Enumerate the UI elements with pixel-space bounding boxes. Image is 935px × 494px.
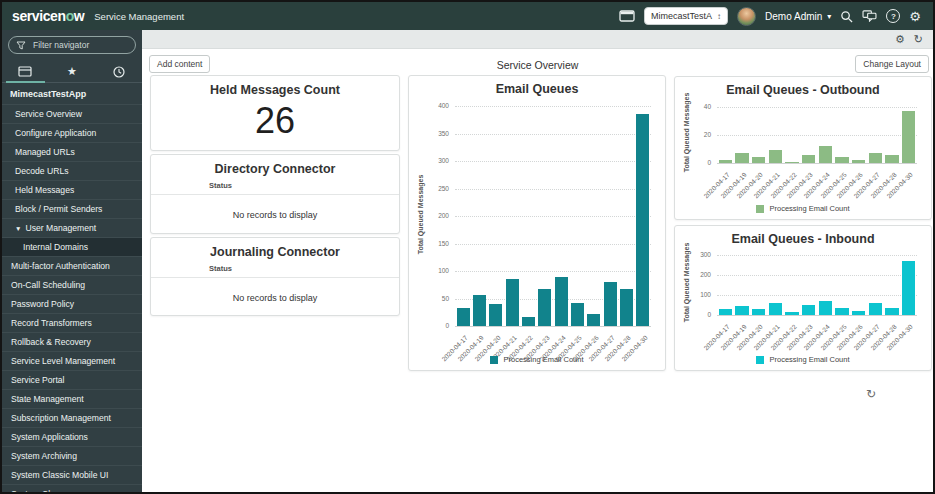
search-icon[interactable] [840,10,853,23]
sidebar-app-title[interactable]: MimecastTestApp [2,83,142,105]
user-menu[interactable]: Demo Admin [765,11,822,22]
sidebar-item-decode-urls[interactable]: Decode URLs [2,162,142,181]
sidebar-item-system-archiving[interactable]: System Archiving [2,447,142,466]
bar[interactable] [819,146,833,163]
sidebar-item-on-call-scheduling[interactable]: On-Call Scheduling [2,276,142,295]
bar[interactable] [902,111,916,163]
sidebar-item-record-transformers[interactable]: Record Transformers [2,314,142,333]
tab-all-applications[interactable] [2,61,49,82]
sidebar-item-label: Rollback & Recovery [11,337,91,347]
bar[interactable] [489,304,502,326]
bar[interactable] [852,311,866,315]
sidebar-item-service-level-management[interactable]: Service Level Management [2,352,142,371]
bar[interactable] [636,114,649,326]
bar[interactable] [885,308,899,315]
sidebar-item-managed-urls[interactable]: Managed URLs [2,143,142,162]
bar[interactable] [802,305,816,315]
user-menu-caret-icon[interactable]: ▾ [827,12,831,21]
bar[interactable] [802,155,816,163]
status-column-header: Status [209,181,399,190]
bar[interactable] [885,155,899,163]
logo-o: o [66,8,74,24]
sidebar-item-system-clone[interactable]: System Clone [2,485,142,492]
journaling-connector-card: Journaling Connector Status No records t… [150,237,400,316]
change-layout-button[interactable]: Change Layout [855,55,929,73]
sidebar-item-label: System Clone [11,489,65,492]
bar[interactable] [719,309,733,315]
help-icon[interactable]: ? [886,9,900,23]
sidebar-item-system-applications[interactable]: System Applications [2,428,142,447]
sidebar-item-label: Configure Application [15,128,96,138]
dashboard-settings-gear-icon[interactable]: ⚙ [895,34,905,45]
sidebar-item-multi-factor-authentication[interactable]: Multi-factor Authentication [2,257,142,276]
bar[interactable] [719,160,733,163]
sidebar-item-user-management[interactable]: ▼User Management [2,219,142,238]
bar[interactable] [604,282,617,326]
bar[interactable] [769,303,783,315]
sidebar-item-subscription-management[interactable]: Subscription Management [2,409,142,428]
bar[interactable] [571,303,584,326]
bar[interactable] [869,153,883,163]
sidebar-tabs: ★ [2,61,142,83]
sidebar-item-password-policy[interactable]: Password Policy [2,295,142,314]
servicenow-logo[interactable]: servicenow [12,8,84,24]
sidebar-item-service-portal[interactable]: Service Portal [2,371,142,390]
bar[interactable] [522,317,535,326]
sidebar-item-internal-domains[interactable]: Internal Domains [2,238,142,257]
bar[interactable] [835,157,849,163]
y-tick-label: 0 [409,322,449,329]
gridline [455,134,651,135]
bar[interactable] [869,303,883,315]
collapse-caret-icon[interactable]: ▼ [15,225,21,232]
gridline [455,326,651,327]
bar[interactable] [555,277,568,327]
bar[interactable] [620,289,633,326]
filter-navigator-input[interactable] [31,39,128,51]
bar[interactable] [769,150,783,163]
main-area: ⚙ ↻ Add content Service Overview Change … [142,30,933,492]
bar[interactable] [473,295,486,326]
chat-icon[interactable] [862,10,877,22]
filter-navigator[interactable] [8,36,136,54]
sidebar-item-system-classic-mobile-ui[interactable]: System Classic Mobile UI [2,466,142,485]
gridline [455,216,651,217]
bar[interactable] [752,157,766,163]
y-tick-label: 250 [409,185,449,192]
bar[interactable] [457,308,470,326]
bar[interactable] [587,314,600,326]
sidebar-item-service-overview[interactable]: Service Overview [2,105,142,124]
bar[interactable] [735,153,749,163]
sidebar-item-rollback-recovery[interactable]: Rollback & Recovery [2,333,142,352]
auto-refresh-timer-icon[interactable]: ↻ [866,387,876,401]
y-tick-label: 50 [409,295,449,302]
sidebar-item-block-permit-senders[interactable]: Block / Permit Senders [2,200,142,219]
sidebar-item-configure-application[interactable]: Configure Application [2,124,142,143]
tab-favorites[interactable]: ★ [49,61,96,82]
bar[interactable] [902,261,916,315]
settings-gear-icon[interactable]: ⚙ [909,10,921,23]
y-tick-label: 350 [409,130,449,137]
sidebar-item-held-messages[interactable]: Held Messages [2,181,142,200]
application-picker-select[interactable]: MimecastTestA ↕ [644,7,728,25]
tab-history[interactable] [95,61,142,82]
bar[interactable] [835,308,849,315]
divider [151,277,399,278]
bar[interactable] [506,279,519,326]
legend-swatch [490,356,498,364]
bar[interactable] [785,312,799,315]
bar[interactable] [538,289,551,326]
bar[interactable] [735,306,749,315]
bar[interactable] [852,160,866,163]
directory-connector-card: Directory Connector Status No records to… [150,154,400,234]
gridline [455,189,651,190]
connect-window-icon[interactable] [619,10,635,22]
avatar[interactable] [737,7,756,26]
bar[interactable] [819,301,833,315]
bar[interactable] [752,309,766,315]
sidebar-item-label: Held Messages [15,185,74,195]
sidebar-item-state-management[interactable]: State Management [2,390,142,409]
sidebar-item-label: System Archiving [11,451,77,461]
dashboard-refresh-icon[interactable]: ↻ [914,34,923,45]
bar[interactable] [785,162,799,163]
y-tick-label: 0 [675,311,711,318]
